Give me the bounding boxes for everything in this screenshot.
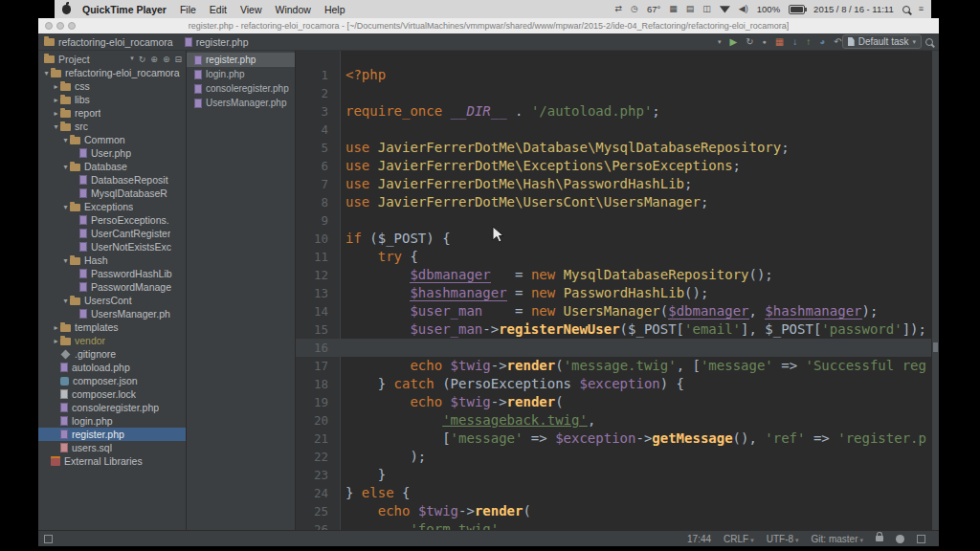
update-project-icon[interactable]: ↓ <box>792 37 797 47</box>
tree-item[interactable]: ▾Exceptions <box>38 200 186 213</box>
code-line[interactable]: 5use JavierFerrerDotMe\Database\MysqlDat… <box>296 139 931 157</box>
caret-position[interactable]: 17:44 <box>687 534 711 544</box>
coverage-icon[interactable]: ▦ <box>775 37 784 47</box>
run-icon[interactable]: ▶ <box>729 37 737 47</box>
search-everywhere-icon[interactable] <box>925 38 933 46</box>
code-line[interactable]: 23 } <box>296 466 931 484</box>
code-line[interactable]: 21 ['message' => $exception->getMessage(… <box>296 430 931 448</box>
menubar-menu-edit[interactable]: Edit <box>210 4 227 15</box>
tree-item[interactable]: PersoExceptions. <box>38 213 186 227</box>
minimize-window-button[interactable] <box>56 22 64 30</box>
menubar-app-name[interactable]: QuickTime Player <box>82 4 167 15</box>
editor-scrollbar[interactable] <box>931 51 939 530</box>
chevron-down-icon[interactable]: ▾ <box>61 163 70 171</box>
display-icon[interactable]: ▤ <box>686 5 695 13</box>
tree-item[interactable]: ▾UsersCont <box>38 294 186 307</box>
breadcrumb-item-0[interactable]: refactoring-eloi_rocamora <box>44 36 173 48</box>
chevron-right-icon[interactable]: ▸ <box>52 109 60 118</box>
toggle-toolwindows-icon[interactable] <box>44 535 53 543</box>
record-icon[interactable]: ● <box>763 38 767 45</box>
code-line[interactable]: 8use JavierFerrerDotMe\UsersCont\UsersMa… <box>296 193 931 211</box>
tree-item[interactable]: autoload.php <box>38 361 186 374</box>
code-line[interactable]: 17 echo $twig->render('message.twig', ['… <box>296 357 931 375</box>
chart-icon[interactable]: ▦ <box>669 5 678 13</box>
editor-tab[interactable]: register.php <box>187 53 295 67</box>
locate-icon[interactable]: ⊕ <box>150 55 158 64</box>
tree-item[interactable]: PasswordManage <box>38 280 186 294</box>
tree-item[interactable]: ▾src <box>38 120 186 133</box>
code-line[interactable]: 15 $user_man->registerNewUser($_POST['em… <box>296 320 931 339</box>
task-selector[interactable]: Default task ▾ <box>842 34 922 49</box>
expand-chevron-icon[interactable]: ▾ <box>718 38 722 45</box>
gear-icon[interactable]: ⊛ <box>163 55 170 64</box>
tree-item[interactable]: ▾Hash <box>38 253 186 267</box>
tree-item[interactable]: ▸templates <box>38 320 186 334</box>
menubar-datetime[interactable]: 2015 / 8 / 16 - 11:11 <box>813 4 894 14</box>
readonly-lock-icon[interactable] <box>876 536 883 541</box>
refresh-icon[interactable]: ↻ <box>746 37 753 47</box>
commit-icon[interactable]: ↑ <box>806 37 811 47</box>
highlighting-level-icon[interactable] <box>896 535 904 543</box>
chevron-down-icon[interactable]: ▾ <box>42 69 51 77</box>
boxes-icon[interactable]: ◫ <box>702 5 711 13</box>
line-ending-selector[interactable]: CRLF <box>724 534 754 544</box>
tree-item[interactable]: ▸libs <box>38 93 186 106</box>
chevron-down-icon[interactable]: ▾ <box>130 55 134 64</box>
vcs-branch-widget[interactable]: Git: master <box>812 534 863 544</box>
sync-icon[interactable]: ⇄ <box>615 5 623 13</box>
code-line[interactable]: 13 $hashmanager = new PasswordHashLib(); <box>296 284 931 302</box>
tree-item[interactable]: DatabaseReposit <box>38 173 186 187</box>
code-line[interactable]: 10if ($_POST) { <box>296 230 931 248</box>
chevron-right-icon[interactable]: ▸ <box>52 337 60 345</box>
tree-item[interactable]: ▾Common <box>38 133 186 146</box>
code-line[interactable]: 20 'messageback.twig', <box>296 411 931 430</box>
menu-list-icon[interactable]: ≡ <box>919 5 924 13</box>
tree-item[interactable]: consoleregister.php <box>38 401 186 414</box>
tree-item[interactable]: ▾refactoring-eloi_rocamora <box>38 66 186 79</box>
tree-item[interactable]: User.php <box>38 146 186 160</box>
close-window-button[interactable] <box>45 22 53 30</box>
menubar-menu-file[interactable]: File <box>180 4 196 15</box>
collapse-icon[interactable]: ⊟ <box>174 55 182 64</box>
code-line[interactable]: 12 $dbmanager = new MysqlDatabaseReposit… <box>296 266 931 284</box>
refresh-icon[interactable]: ↻ <box>139 55 146 64</box>
menubar-menu-window[interactable]: Window <box>276 4 311 15</box>
tree-item[interactable]: composer.lock <box>38 387 186 401</box>
chevron-down-icon[interactable]: ▾ <box>61 136 70 144</box>
tree-item[interactable]: UserCantRegister <box>38 227 186 240</box>
code-line[interactable]: 2 <box>296 84 931 102</box>
menubar-menu-help[interactable]: Help <box>324 4 345 15</box>
chevron-down-icon[interactable]: ▾ <box>61 203 70 211</box>
apple-icon[interactable] <box>62 5 71 14</box>
code-line[interactable]: 19 echo $twig->render( <box>296 393 931 411</box>
code-line[interactable]: 7use JavierFerrerDotMe\Hash\PasswordHash… <box>296 175 931 193</box>
editor-tab[interactable]: UsersManager.php <box>187 96 295 110</box>
encoding-selector[interactable]: UTF-8 <box>767 534 799 544</box>
code-line[interactable]: 26 'form.twig', <box>296 520 931 530</box>
tree-item[interactable]: UserNotExistsExc <box>38 240 186 253</box>
project-panel-title[interactable]: Project <box>58 54 90 65</box>
menubar-menu-view[interactable]: View <box>240 4 262 15</box>
code-line[interactable]: 14 $user_man = new UsersManager($dbmanag… <box>296 302 931 320</box>
tree-item[interactable]: External Libraries <box>38 454 186 468</box>
tree-item[interactable]: ▸vendor <box>38 334 186 347</box>
editor-tab[interactable]: consoleregister.php <box>187 81 295 96</box>
code-line[interactable]: 18 } catch (PersoExceptions $exception) … <box>296 375 931 393</box>
tree-item[interactable]: .gitignore <box>38 347 186 361</box>
chevron-down-icon[interactable]: ▾ <box>61 256 70 265</box>
recent-changes-icon[interactable]: ◕ <box>819 37 825 47</box>
volume-icon[interactable]: ◀) <box>739 5 748 13</box>
chevron-right-icon[interactable]: ▸ <box>52 82 60 91</box>
tree-item[interactable]: login.php <box>38 414 186 428</box>
code-line[interactable]: 6use JavierFerrerDotMe\Exceptions\PersoE… <box>296 157 931 175</box>
code-line[interactable]: 22 ); <box>296 448 931 466</box>
code-line[interactable]: 11 try { <box>296 248 931 266</box>
breadcrumb-item-1[interactable]: register.php <box>185 36 249 48</box>
code-line[interactable]: 3require_once __DIR__ . '/autoload.php'; <box>296 102 931 121</box>
code-line[interactable]: 4 <box>296 121 931 139</box>
tree-item[interactable]: MysqlDatabaseR <box>38 187 186 200</box>
chevron-down-icon[interactable]: ▾ <box>61 297 70 305</box>
tree-item[interactable]: ▸report <box>38 106 186 120</box>
code-line[interactable]: 16 <box>296 339 939 357</box>
wifi-icon[interactable] <box>720 6 730 13</box>
